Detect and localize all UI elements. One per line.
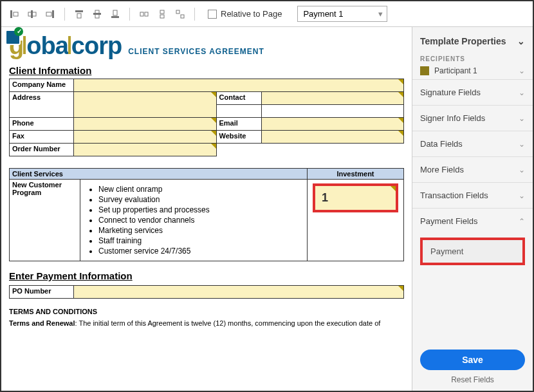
client-info-table: Company Name AddressContact PhoneEmail F… — [9, 79, 404, 156]
chevron-down-icon: ⌄ — [519, 165, 525, 174]
service-item: Connect to vendor channels — [98, 216, 298, 225]
chevron-up-icon: ⌃ — [519, 217, 525, 226]
size-btn-1[interactable] — [136, 6, 152, 22]
label-email: Email — [216, 118, 261, 131]
relative-label: Relative to Page — [221, 9, 282, 19]
field-website[interactable] — [261, 131, 404, 144]
service-item: Survey evaluation — [98, 195, 298, 204]
company-logo: gobacorp — [9, 32, 122, 60]
participant-name: Participant 1 — [434, 66, 477, 75]
panel-title-row[interactable]: Template Properties ⌄ — [412, 27, 533, 55]
field-phone[interactable] — [74, 118, 217, 131]
svg-rect-16 — [176, 10, 180, 14]
svg-rect-0 — [10, 10, 12, 18]
align-btn-3[interactable] — [42, 6, 58, 22]
label-website: Website — [216, 131, 261, 144]
svg-rect-4 — [52, 10, 54, 18]
label-fax: Fax — [10, 131, 74, 144]
svg-rect-2 — [31, 10, 33, 18]
svg-rect-8 — [93, 13, 101, 15]
panel-title: Template Properties — [420, 36, 506, 46]
align-btn-5[interactable] — [89, 6, 105, 22]
toolbar-separator — [194, 8, 195, 21]
field-order[interactable] — [74, 144, 217, 156]
service-item: Customer service 24/7/365 — [98, 247, 298, 256]
svg-rect-15 — [160, 15, 164, 18]
svg-rect-11 — [113, 10, 117, 15]
services-header: Client Services — [10, 169, 308, 180]
size-btn-2[interactable] — [154, 6, 170, 22]
field-badge-icon — [5, 30, 21, 45]
chevron-down-icon: ⌄ — [519, 140, 525, 149]
doc-subtitle: CLIENT SERVICES AGREEMENT — [128, 47, 264, 56]
reset-fields-link[interactable]: Reset Fields — [412, 373, 533, 391]
svg-rect-13 — [145, 12, 148, 16]
label-contact: Contact — [216, 92, 261, 105]
terms-text: Terms and Renewal: The initial term of t… — [9, 319, 404, 327]
toolbar-separator — [129, 8, 130, 21]
investment-cell: 1 — [308, 180, 404, 261]
section-client-info: Client Information — [9, 65, 404, 76]
services-list-cell: New client onrampSurvey evaluationSet up… — [80, 180, 308, 261]
accordion-more[interactable]: More Fields⌄ — [412, 156, 533, 182]
field-po[interactable] — [74, 286, 404, 299]
program-label: New Customer Program — [10, 180, 80, 261]
accordion-transaction[interactable]: Transaction Fields⌄ — [412, 182, 533, 208]
investment-field[interactable]: 1 — [313, 183, 398, 212]
align-btn-4[interactable] — [71, 6, 87, 22]
chevron-down-icon: ⌄ — [519, 191, 525, 200]
service-item: New client onramp — [98, 185, 298, 194]
payment-field-item[interactable]: Payment — [420, 238, 525, 265]
toolbar: Relative to Page Payment 1 — [1, 1, 533, 27]
participant-swatch-icon — [420, 66, 429, 75]
checkbox-icon — [208, 10, 217, 19]
accordion-signature[interactable]: Signature Fields⌄ — [412, 79, 533, 105]
document-canvas[interactable]: gobacorp CLIENT SERVICES AGREEMENT Clien… — [1, 27, 412, 391]
chevron-down-icon: ⌄ — [519, 66, 525, 75]
field-address[interactable] — [74, 92, 217, 118]
investment-header: Investment — [308, 169, 404, 180]
label-address: Address — [10, 92, 74, 118]
svg-rect-7 — [77, 14, 81, 18]
accordion-signer-info[interactable]: Signer Info Fields⌄ — [412, 105, 533, 131]
service-item: Staff training — [98, 236, 298, 245]
label-company: Company Name — [10, 79, 74, 92]
chevron-down-icon: ⌄ — [519, 88, 525, 97]
service-item: Marketing services — [98, 226, 298, 235]
service-item: Set up properties and processes — [98, 205, 298, 214]
svg-rect-1 — [14, 12, 18, 16]
save-button[interactable]: Save — [420, 350, 525, 370]
participant-row[interactable]: Participant 1 ⌄ — [412, 62, 533, 79]
field-select-dropdown[interactable]: Payment 1 — [297, 6, 387, 22]
size-btn-3[interactable] — [172, 6, 188, 22]
field-email[interactable] — [261, 118, 404, 131]
label-po: PO Number — [10, 286, 74, 299]
select-value: Payment 1 — [303, 9, 343, 19]
payment-table: PO Number — [9, 285, 404, 299]
align-btn-1[interactable] — [6, 6, 22, 22]
properties-panel: Template Properties ⌄ RECIPIENTS Partici… — [412, 27, 533, 391]
accordion-payment[interactable]: Payment Fields⌃ — [412, 208, 533, 234]
align-btn-6[interactable] — [107, 6, 123, 22]
section-payment: Enter Payment Information — [9, 270, 404, 281]
accordion-data[interactable]: Data Fields⌄ — [412, 131, 533, 156]
svg-rect-10 — [111, 16, 119, 18]
svg-rect-6 — [75, 10, 83, 12]
field-contact[interactable] — [261, 92, 404, 105]
label-phone: Phone — [10, 118, 74, 131]
services-table: Client ServicesInvestment New Customer P… — [9, 168, 404, 261]
align-btn-2[interactable] — [24, 6, 40, 22]
svg-rect-14 — [160, 10, 164, 14]
field-fax[interactable] — [74, 131, 217, 144]
field-company[interactable] — [74, 79, 404, 92]
chevron-down-icon: ⌄ — [519, 114, 525, 123]
label-order: Order Number — [10, 144, 74, 156]
toolbar-separator — [64, 8, 65, 21]
svg-rect-12 — [140, 12, 143, 16]
relative-to-page-toggle[interactable]: Relative to Page — [208, 9, 282, 19]
chevron-down-icon: ⌄ — [517, 36, 525, 46]
svg-rect-5 — [46, 12, 51, 16]
recipients-label: RECIPIENTS — [412, 55, 533, 62]
terms-heading: TERMS AND CONDITIONS — [9, 308, 404, 315]
svg-rect-17 — [181, 15, 184, 18]
